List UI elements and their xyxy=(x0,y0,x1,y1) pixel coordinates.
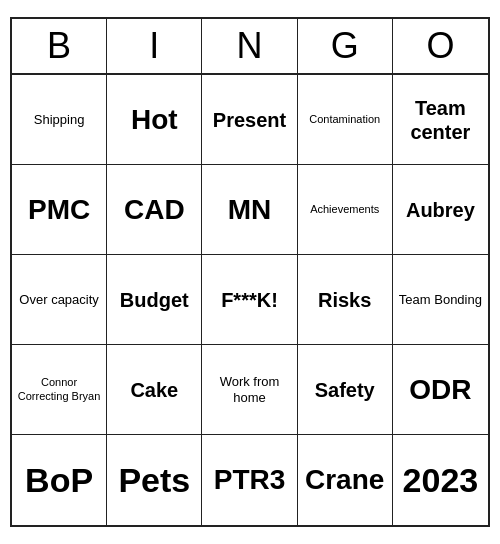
bingo-cell: Budget xyxy=(107,255,202,345)
bingo-grid: ShippingHotPresentContaminationTeam cent… xyxy=(12,75,488,525)
bingo-cell: PTR3 xyxy=(202,435,297,525)
header-letter: N xyxy=(202,19,297,73)
bingo-cell: Cake xyxy=(107,345,202,435)
bingo-cell: PMC xyxy=(12,165,107,255)
bingo-cell: Work from home xyxy=(202,345,297,435)
header-letter: I xyxy=(107,19,202,73)
bingo-cell: Present xyxy=(202,75,297,165)
bingo-header: BINGO xyxy=(12,19,488,75)
bingo-cell: Team Bonding xyxy=(393,255,488,345)
bingo-cell: Shipping xyxy=(12,75,107,165)
bingo-cell: Pets xyxy=(107,435,202,525)
bingo-cell: Safety xyxy=(298,345,393,435)
bingo-cell: Achievements xyxy=(298,165,393,255)
bingo-cell: BoP xyxy=(12,435,107,525)
bingo-cell: Crane xyxy=(298,435,393,525)
bingo-cell: Aubrey xyxy=(393,165,488,255)
bingo-cell: 2023 xyxy=(393,435,488,525)
bingo-cell: F***K! xyxy=(202,255,297,345)
bingo-cell: CAD xyxy=(107,165,202,255)
bingo-cell: Connor Correcting Bryan xyxy=(12,345,107,435)
bingo-cell: Over capacity xyxy=(12,255,107,345)
header-letter: B xyxy=(12,19,107,73)
header-letter: G xyxy=(298,19,393,73)
bingo-cell: Risks xyxy=(298,255,393,345)
bingo-cell: Team center xyxy=(393,75,488,165)
bingo-cell: MN xyxy=(202,165,297,255)
bingo-card: BINGO ShippingHotPresentContaminationTea… xyxy=(10,17,490,527)
bingo-cell: ODR xyxy=(393,345,488,435)
bingo-cell: Contamination xyxy=(298,75,393,165)
header-letter: O xyxy=(393,19,488,73)
bingo-cell: Hot xyxy=(107,75,202,165)
